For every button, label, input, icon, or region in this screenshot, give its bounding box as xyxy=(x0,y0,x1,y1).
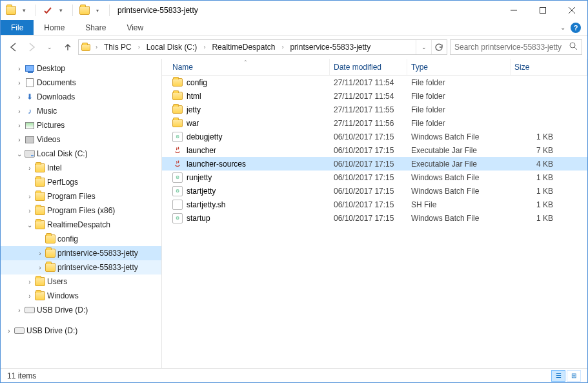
forward-button[interactable] xyxy=(24,39,39,55)
file-row[interactable]: jetty27/11/2017 11:55File folder xyxy=(162,103,587,116)
file-row[interactable]: launcher-sources06/10/2017 17:15Executab… xyxy=(162,157,587,171)
tree-item[interactable]: ›Videos xyxy=(1,132,161,147)
file-row[interactable]: ⚙startjetty06/10/2017 17:15Windows Batch… xyxy=(162,184,587,198)
file-row[interactable]: html27/11/2017 11:54File folder xyxy=(162,89,587,103)
tree-item[interactable]: ›♪Music xyxy=(1,104,161,118)
expand-icon[interactable]: › xyxy=(25,207,34,214)
search-input[interactable]: Search printservice-55833-jetty xyxy=(450,39,582,55)
expand-icon[interactable]: › xyxy=(25,278,34,285)
tree-item[interactable]: ›USB Drive (D:) xyxy=(1,303,161,317)
tree-item[interactable]: config xyxy=(1,232,161,246)
file-size: 1 KB xyxy=(511,173,587,182)
breadcrumb-seg[interactable]: This PC xyxy=(100,40,136,54)
tab-share[interactable]: Share xyxy=(75,20,116,35)
chevron-right-icon[interactable]: › xyxy=(136,44,143,50)
qat-dropdown-icon[interactable]: ▾ xyxy=(19,5,29,16)
tab-home[interactable]: Home xyxy=(34,20,75,35)
title-bar: ▾ ▾ ▾ printservice-55833-jetty xyxy=(1,1,587,20)
jar-file-icon xyxy=(172,145,183,156)
tree-item-label: Downloads xyxy=(37,92,75,101)
breadcrumb[interactable]: › This PC › Local Disk (C:) › RealtimeDe… xyxy=(78,39,447,55)
details-view-button[interactable]: ☰ xyxy=(551,370,565,382)
back-button[interactable] xyxy=(6,39,21,55)
tree-item[interactable]: ›Desktop xyxy=(1,61,161,76)
tree-item[interactable]: ›printservice-55833-jetty xyxy=(1,260,161,274)
file-list[interactable]: Name⌃ Date modified Type Size config27/1… xyxy=(162,59,587,368)
column-size[interactable]: Size xyxy=(511,59,587,75)
expand-icon[interactable]: › xyxy=(25,193,34,200)
qat-dropdown2-icon[interactable]: ▾ xyxy=(56,5,66,16)
tree-item-label: PerfLogs xyxy=(47,178,78,187)
column-type[interactable]: Type xyxy=(407,59,511,75)
file-row[interactable]: ⚙runjetty06/10/2017 17:15Windows Batch F… xyxy=(162,171,587,184)
minimize-button[interactable] xyxy=(499,1,528,20)
tree-item[interactable]: ›printservice-55833-jetty xyxy=(1,246,161,260)
expand-icon[interactable]: › xyxy=(15,307,24,314)
maximize-button[interactable] xyxy=(528,1,557,20)
tree-item[interactable]: ⌄Local Disk (C:) xyxy=(1,147,161,161)
tree-item[interactable]: ›Program Files xyxy=(1,189,161,203)
expand-icon[interactable]: › xyxy=(25,293,34,300)
tree-item[interactable]: ›Program Files (x86) xyxy=(1,203,161,218)
help-icon[interactable]: ? xyxy=(571,23,581,33)
expand-icon[interactable]: › xyxy=(35,264,45,271)
search-placeholder: Search printservice-55833-jetty xyxy=(454,43,562,52)
tree-item[interactable]: PerfLogs xyxy=(1,175,161,189)
file-row[interactable]: config27/11/2017 11:54File folder xyxy=(162,76,587,89)
file-tab[interactable]: File xyxy=(1,20,34,35)
file-date: 06/10/2017 17:15 xyxy=(330,200,407,209)
column-headers: Name⌃ Date modified Type Size xyxy=(162,59,587,76)
sort-asc-icon: ⌃ xyxy=(243,59,248,65)
chevron-right-icon[interactable]: › xyxy=(201,44,208,50)
tab-view[interactable]: View xyxy=(116,20,154,35)
tree-item[interactable]: ›Pictures xyxy=(1,118,161,132)
expand-icon[interactable]: › xyxy=(5,327,14,335)
expand-icon[interactable]: › xyxy=(25,165,34,172)
breadcrumb-seg[interactable]: RealtimeDespatch xyxy=(208,40,279,54)
expand-icon[interactable]: › xyxy=(15,136,24,143)
expand-icon[interactable]: › xyxy=(15,65,24,72)
chevron-right-icon[interactable]: › xyxy=(279,44,286,50)
breadcrumb-seg[interactable]: printservice-55833-jetty xyxy=(286,40,374,54)
tree-item[interactable]: ⌄RealtimeDespatch xyxy=(1,218,161,232)
chevron-right-icon[interactable]: › xyxy=(93,44,100,50)
expand-icon[interactable]: › xyxy=(35,250,45,257)
icons-view-button[interactable]: ⊞ xyxy=(567,370,581,382)
expand-icon[interactable]: ⌄ xyxy=(15,150,24,158)
tree-item[interactable]: ›⬇Downloads xyxy=(1,90,161,104)
tree-item-label: Pictures xyxy=(37,121,65,130)
ribbon-expand-icon[interactable]: ⌄ xyxy=(560,24,565,31)
separator xyxy=(109,5,110,16)
tree-item[interactable]: ›Documents xyxy=(1,76,161,90)
file-row[interactable]: ⚙debugjetty06/10/2017 17:15Windows Batch… xyxy=(162,130,587,143)
tree-icon: ⬇ xyxy=(24,92,35,101)
properties-icon[interactable] xyxy=(43,5,53,16)
file-row[interactable]: ⚙startup06/10/2017 17:15Windows Batch Fi… xyxy=(162,211,587,225)
expand-icon[interactable]: › xyxy=(15,79,24,87)
quick-access-toolbar: ▾ ▾ ▾ xyxy=(2,5,114,16)
title-dropdown-icon[interactable]: ▾ xyxy=(92,5,103,16)
expand-icon[interactable]: ⌄ xyxy=(25,222,34,229)
expand-icon[interactable]: › xyxy=(15,94,24,101)
up-button[interactable] xyxy=(60,39,76,55)
recent-dropdown-icon[interactable]: ⌄ xyxy=(42,39,57,55)
tree-item[interactable]: ›USB Drive (D:) xyxy=(1,324,161,338)
column-name[interactable]: Name⌃ xyxy=(162,59,330,75)
navigation-tree[interactable]: ›Desktop›Documents›⬇Downloads›♪Music›Pic… xyxy=(1,59,162,368)
refresh-button[interactable] xyxy=(431,40,447,54)
file-row[interactable]: launcher06/10/2017 17:15Executable Jar F… xyxy=(162,143,587,157)
tree-icon xyxy=(45,263,56,272)
breadcrumb-seg[interactable]: Local Disk (C:) xyxy=(143,40,201,54)
address-dropdown-icon[interactable]: ⌄ xyxy=(416,40,431,54)
close-button[interactable] xyxy=(557,1,586,20)
file-row[interactable]: startjetty.sh06/10/2017 17:15SH File1 KB xyxy=(162,198,587,211)
tree-item[interactable]: ›Intel xyxy=(1,161,161,175)
file-type: Windows Batch File xyxy=(407,214,511,223)
tree-item[interactable]: ›Windows xyxy=(1,289,161,303)
expand-icon[interactable]: › xyxy=(15,122,24,129)
file-row[interactable]: war27/11/2017 11:56File folder xyxy=(162,116,587,130)
file-size: 1 KB xyxy=(511,200,587,209)
column-date[interactable]: Date modified xyxy=(330,59,407,75)
expand-icon[interactable]: › xyxy=(15,108,24,115)
tree-item[interactable]: ›Users xyxy=(1,274,161,289)
